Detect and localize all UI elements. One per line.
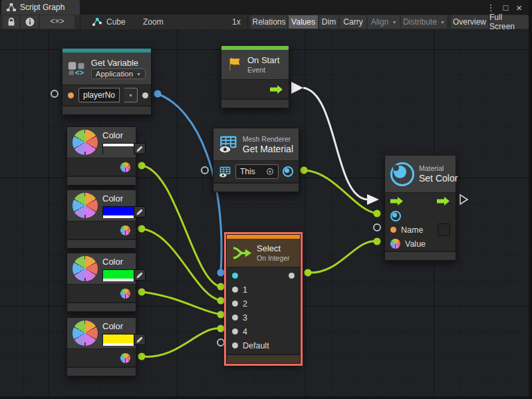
info-icon [25,17,35,27]
node-footer [221,98,289,108]
eyedropper-icon [136,144,144,153]
mesh-renderer-icon [219,134,238,154]
graph-breadcrumb[interactable]: Cube [92,15,126,29]
graph-toolbar: <×> Cube Zoom 1x Relations Values Dim Ca… [0,15,529,30]
node-title: Color [102,257,146,267]
values-button[interactable]: Values [289,15,318,29]
zoom-label: Zoom [143,15,164,29]
object-picker-icon[interactable] [266,168,274,176]
color-output-port[interactable] [120,353,130,363]
color-output-port[interactable] [120,162,130,172]
node-title: Color [102,194,146,203]
overview-button[interactable]: Overview [451,15,488,29]
variables-icon: <> [68,60,86,77]
color-wheel-icon [72,256,98,281]
option-port[interactable] [232,287,238,293]
window-maximize-icon[interactable]: □ [503,3,508,13]
option-label: 3 [243,313,247,323]
name-input-field[interactable] [438,223,450,236]
carry-button[interactable]: Carry [340,15,366,29]
option-port[interactable] [232,329,238,334]
node-select[interactable]: Select On Integer 1 2 3 4 [226,234,301,364]
chevron-down-icon: ▼ [392,20,396,25]
eyedropper-button[interactable] [134,334,146,345]
port-label: Name [401,225,423,235]
color-output-port[interactable] [120,289,130,299]
window-close-icon[interactable]: × [516,2,522,13]
node-get-variable[interactable]: <> Get Variable Application ▼ playerNo ▼ [62,48,152,115]
eyedropper-icon [136,207,144,216]
option-label: 4 [243,327,247,336]
graph-icon [92,17,102,27]
selector-input-port[interactable] [232,273,238,279]
flow-input-port[interactable] [390,196,404,206]
option-port[interactable] [232,342,238,348]
chevron-down-icon: ▼ [128,93,133,98]
relations-button[interactable]: Relations [251,15,287,29]
node-color-red[interactable]: Color [66,126,136,186]
name-input-port[interactable] [390,227,396,233]
lock-icon [6,17,17,27]
code-preview-button[interactable]: <×> [40,15,74,29]
lock-button[interactable] [3,15,19,29]
inspect-button[interactable] [21,15,39,29]
color-swatch[interactable] [102,334,134,345]
color-swatch[interactable] [102,269,134,281]
node-on-start[interactable]: On Start Event [221,45,289,108]
full-screen-button[interactable]: Full Screen [489,15,529,29]
node-title: Select [257,243,290,253]
window-menu-icon[interactable]: ⋮ [486,3,495,13]
graph-hierarchy-icon [7,3,16,11]
variable-scope-dropdown[interactable]: Application ▼ [91,68,146,79]
node-footer [227,354,300,363]
node-set-color[interactable]: Material Set Color Name Value [384,155,456,261]
color-swatch[interactable] [102,206,134,217]
selection-output-port[interactable] [289,273,295,279]
eyedropper-button[interactable] [134,269,146,281]
node-subtitle: Event [247,66,279,74]
tab-title: Script Graph [20,3,65,12]
node-footer [67,239,136,248]
material-output-port[interactable] [283,166,293,177]
eyedropper-button[interactable] [134,143,146,154]
option-label: 2 [243,299,247,309]
node-component: Material [419,164,458,172]
color-input-port[interactable] [390,239,400,249]
align-button[interactable]: Align▼ [368,15,400,29]
eyedropper-icon [136,271,144,279]
node-color-green[interactable]: Color [66,253,136,312]
target-field[interactable]: This [235,164,279,179]
node-color-yellow[interactable]: Color [66,317,136,376]
tab-strip: Script Graph ⋮ □ × [0,0,529,15]
option-port[interactable] [232,315,238,321]
color-wheel-icon [72,130,98,155]
color-output-port[interactable] [120,225,130,235]
node-footer [213,182,299,192]
material-input-port[interactable] [390,211,401,221]
color-wheel-icon [72,193,98,218]
color-swatch[interactable] [102,143,134,154]
string-port[interactable] [68,92,74,98]
distribute-button[interactable]: Distribute▼ [401,15,447,29]
dim-button[interactable]: Dim [319,15,338,29]
option-port[interactable] [232,301,238,307]
node-title: On Start [247,55,279,65]
flag-icon [227,57,243,72]
zoom-value: 1x [232,15,241,29]
node-footer [385,251,456,260]
variable-name-field[interactable]: playerNo [78,88,120,102]
mesh-renderer-port[interactable] [219,166,231,178]
tab-script-graph[interactable]: Script Graph [1,0,80,15]
node-color-blue[interactable]: Color [66,190,136,249]
chevron-down-icon: ▼ [440,20,445,25]
node-footer [67,302,136,311]
flow-output-port[interactable] [270,84,283,94]
node-get-material[interactable]: Mesh Renderer Get Material This [213,128,299,192]
variable-name-dropdown[interactable]: ▼ [124,88,138,102]
node-footer [67,176,136,185]
eyedropper-icon [136,335,144,344]
node-component: Mesh Renderer [243,135,293,143]
eyedropper-button[interactable] [134,206,146,217]
value-output-port[interactable] [142,92,148,98]
flow-output-port[interactable] [437,196,450,206]
